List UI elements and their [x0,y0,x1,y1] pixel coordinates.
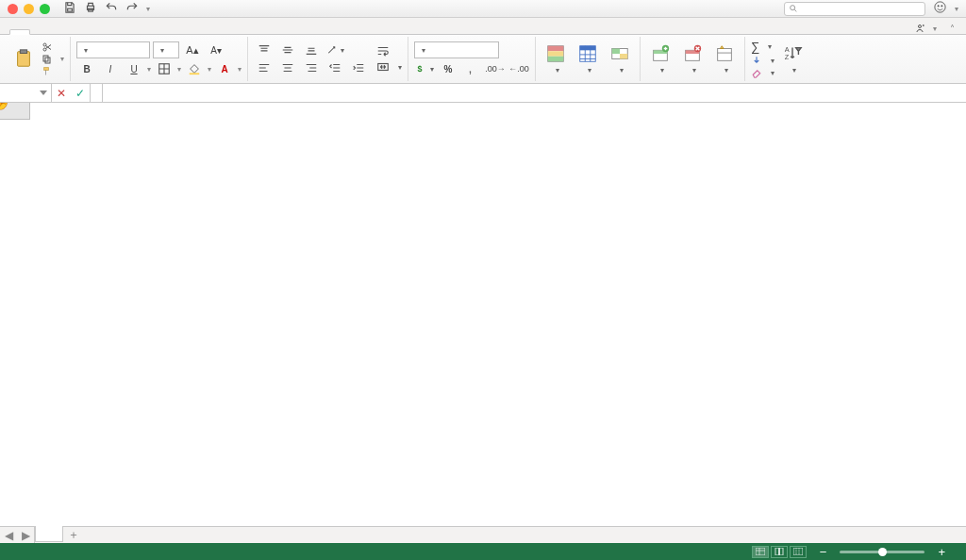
group-font: A▴ A▾ B I U ▾ ▾ ▾ A ▾ [71,37,248,81]
font-color-button[interactable]: A [214,61,235,76]
align-top-icon[interactable] [254,42,275,58]
align-center-icon[interactable] [277,60,298,75]
cell-styles-icon [609,43,630,64]
percent-icon[interactable]: % [438,61,458,76]
group-alignment [248,37,408,81]
paste-icon [13,48,34,69]
conditional-formatting-button[interactable] [541,41,570,76]
svg-point-7 [919,25,922,28]
border-dropdown-icon[interactable]: ▾ [177,65,181,74]
fx-label[interactable] [91,84,103,102]
italic-button[interactable]: I [100,61,121,76]
copy-icon [42,54,53,65]
name-box[interactable] [0,84,52,102]
tab-review[interactable] [106,30,125,34]
eraser-icon [751,67,762,78]
underline-dropdown-icon[interactable]: ▾ [147,65,151,74]
svg-point-5 [938,6,939,7]
close-window-button[interactable] [8,4,18,14]
clear-button[interactable] [751,67,774,78]
sheet-nav-prev-icon[interactable]: ◀ [0,527,17,543]
decrease-indent-icon[interactable] [325,60,345,75]
zoom-window-button[interactable] [40,4,50,14]
print-icon[interactable] [84,1,97,17]
spreadsheet-grid[interactable]: ✊ [0,103,966,526]
increase-decimal-icon[interactable]: .00→ [485,61,506,76]
fill-button[interactable] [751,55,774,66]
insert-cells-button[interactable] [646,41,675,76]
grid-rows [0,120,966,526]
align-right-icon[interactable] [301,60,322,75]
bold-button[interactable]: B [76,61,97,76]
fill-color-button[interactable] [184,61,205,76]
font-name-select[interactable] [76,41,150,58]
font-size-select[interactable] [153,41,179,58]
cell-styles-button[interactable] [606,41,634,76]
svg-rect-34 [718,49,732,61]
tab-home[interactable] [9,29,30,35]
underline-button[interactable]: U [124,61,144,76]
sheet-nav-next-icon[interactable]: ▶ [17,527,34,543]
tab-data[interactable] [87,30,106,34]
decrease-decimal-icon[interactable]: ←.00 [508,61,529,76]
comma-icon[interactable]: , [461,61,482,76]
sheet-tab-sheet1[interactable] [35,526,63,542]
tab-insert[interactable] [30,30,49,34]
increase-indent-icon[interactable] [348,60,369,75]
fill-handle[interactable] [0,103,6,108]
zoom-slider[interactable] [840,551,924,553]
tab-view[interactable] [125,30,143,34]
format-cells-icon [714,43,735,64]
ribbon-collapse-icon[interactable]: ˄ [946,24,958,34]
tab-page-layout[interactable] [49,30,68,34]
paste-button[interactable] [9,46,38,72]
merge-center-button[interactable] [376,60,402,74]
formula-enter-icon[interactable]: ✓ [71,87,90,100]
view-normal-icon[interactable] [752,546,769,558]
formula-cancel-icon[interactable]: ✕ [52,87,71,100]
view-page-break-icon[interactable] [790,546,807,558]
wrap-text-button[interactable] [376,44,402,58]
svg-rect-39 [779,548,783,555]
view-page-layout-icon[interactable] [771,546,788,558]
svg-rect-27 [620,54,627,59]
format-cells-button[interactable] [710,41,739,76]
zoom-out-button[interactable]: − [820,545,827,559]
save-icon[interactable] [63,1,76,17]
delete-cells-button[interactable] [678,41,707,76]
share-button[interactable]: ▾ [914,23,937,34]
fill-color-dropdown-icon[interactable]: ▾ [208,65,211,74]
svg-text:,: , [469,62,473,75]
undo-icon[interactable] [105,1,118,17]
tab-formulas[interactable] [68,30,87,34]
formula-input[interactable] [103,84,966,102]
number-format-select[interactable] [414,41,499,58]
decrease-font-icon[interactable]: A▾ [206,42,226,58]
align-bottom-icon[interactable] [301,42,322,58]
autosum-button[interactable]: ∑ [751,40,774,54]
redo-icon[interactable] [125,1,139,17]
titlebar-overflow-icon[interactable]: ▾ [955,5,958,13]
minimize-window-button[interactable] [24,4,34,14]
align-middle-icon[interactable] [277,42,298,58]
scissors-icon [42,41,53,53]
format-as-table-button[interactable] [574,41,602,76]
sort-filter-button[interactable]: AZ [778,41,807,76]
search-sheet-input[interactable] [784,2,925,16]
zoom-in-button[interactable]: + [938,545,945,559]
cut-button[interactable] [42,41,64,53]
font-color-dropdown-icon[interactable]: ▾ [238,65,242,74]
currency-icon[interactable]: $ [414,61,435,76]
format-painter-button[interactable] [42,66,64,77]
qat-overflow-icon[interactable]: ▾ [146,5,150,13]
feedback-icon[interactable] [933,0,947,17]
orientation-icon[interactable] [325,42,345,58]
align-left-icon[interactable] [254,60,275,75]
copy-button[interactable]: ▾ [42,54,64,65]
window-controls [0,4,50,14]
border-button[interactable] [154,61,175,76]
increase-font-icon[interactable]: A▴ [182,42,203,58]
add-sheet-button[interactable]: ＋ [63,527,84,543]
merge-icon [376,60,390,74]
fill-down-icon [751,55,762,66]
